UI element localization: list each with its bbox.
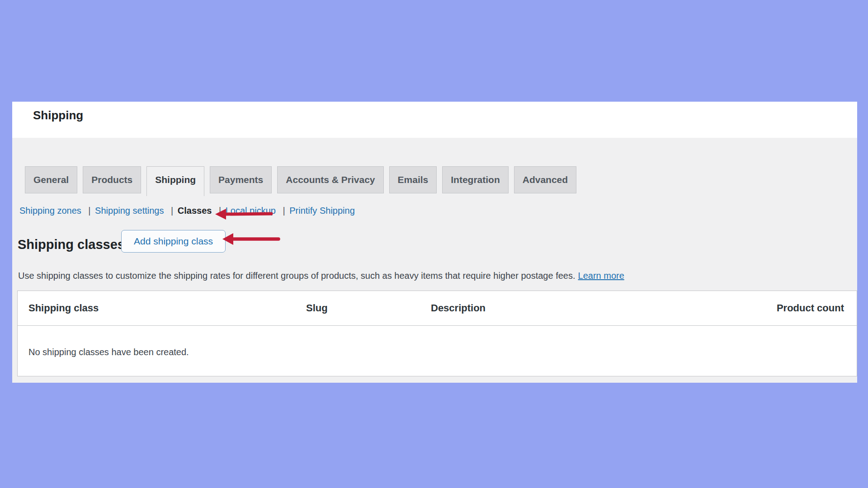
subnav-classes[interactable]: Classes <box>178 206 212 216</box>
section-description: Use shipping classes to customize the sh… <box>18 271 624 281</box>
tab-integration[interactable]: Integration <box>442 166 509 193</box>
column-header-slug: Slug <box>306 302 431 314</box>
subnav-printify-shipping[interactable]: Printify Shipping <box>289 206 355 216</box>
column-header-product-count: Product count <box>769 302 857 314</box>
tab-accounts-privacy[interactable]: Accounts & Privacy <box>277 166 383 193</box>
shipping-subnav: Shipping zones | Shipping settings | Cla… <box>19 205 355 216</box>
subnav-shipping-zones[interactable]: Shipping zones <box>19 206 81 216</box>
tab-shipping[interactable]: Shipping <box>146 166 204 196</box>
subnav-separator: | <box>171 206 173 216</box>
subnav-separator: | <box>283 206 285 216</box>
page-title: Shipping <box>33 108 83 122</box>
subnav-separator: | <box>88 206 90 216</box>
section-heading: Shipping classes <box>18 237 125 252</box>
tab-payments[interactable]: Payments <box>210 166 272 193</box>
subnav-local-pickup[interactable]: Local pickup <box>226 206 276 216</box>
tab-products[interactable]: Products <box>83 166 141 193</box>
column-header-description: Description <box>431 302 769 314</box>
tab-advanced[interactable]: Advanced <box>514 166 576 193</box>
column-header-shipping-class: Shipping class <box>18 302 306 314</box>
subnav-separator: | <box>219 206 221 216</box>
description-text: Use shipping classes to customize the sh… <box>18 271 576 281</box>
add-shipping-class-button[interactable]: Add shipping class <box>121 230 226 253</box>
settings-panel: Shipping General Products Shipping Payme… <box>12 102 857 383</box>
page: { "colors": { "background": "#94a3f2", "… <box>0 0 868 488</box>
tab-general[interactable]: General <box>25 166 77 193</box>
shipping-classes-table: Shipping class Slug Description Product … <box>17 291 857 376</box>
empty-table-message: No shipping classes have been created. <box>18 326 857 357</box>
tab-emails[interactable]: Emails <box>389 166 437 193</box>
learn-more-link[interactable]: Learn more <box>578 271 624 281</box>
table-header-row: Shipping class Slug Description Product … <box>18 291 857 326</box>
settings-tabs: General Products Shipping Payments Accou… <box>25 166 582 196</box>
page-header: Shipping <box>12 102 857 138</box>
subnav-shipping-settings[interactable]: Shipping settings <box>95 206 164 216</box>
